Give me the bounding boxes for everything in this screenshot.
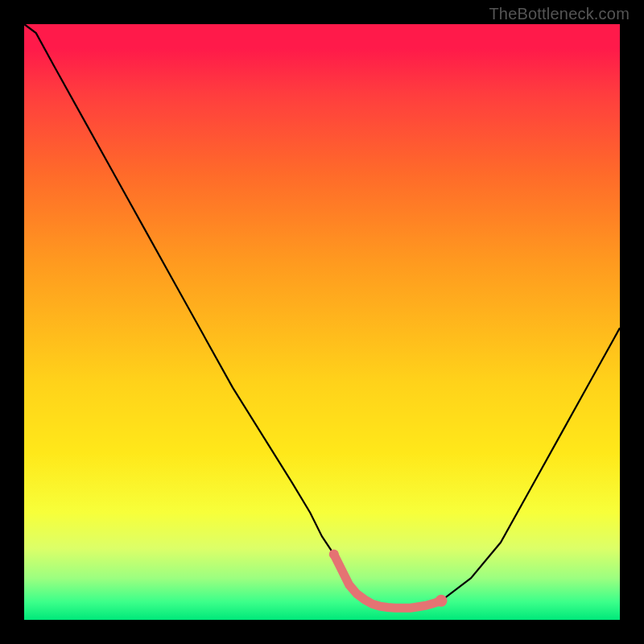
bottleneck-curve: [24, 24, 620, 608]
chart-container: TheBottleneck.com: [0, 0, 644, 644]
curve-svg: [24, 24, 620, 620]
trough-dot-right: [436, 595, 448, 607]
watermark-text: TheBottleneck.com: [489, 5, 630, 23]
trough-highlight: [334, 555, 441, 609]
plot-area: [24, 24, 620, 620]
trough-dot-left: [329, 550, 339, 559]
